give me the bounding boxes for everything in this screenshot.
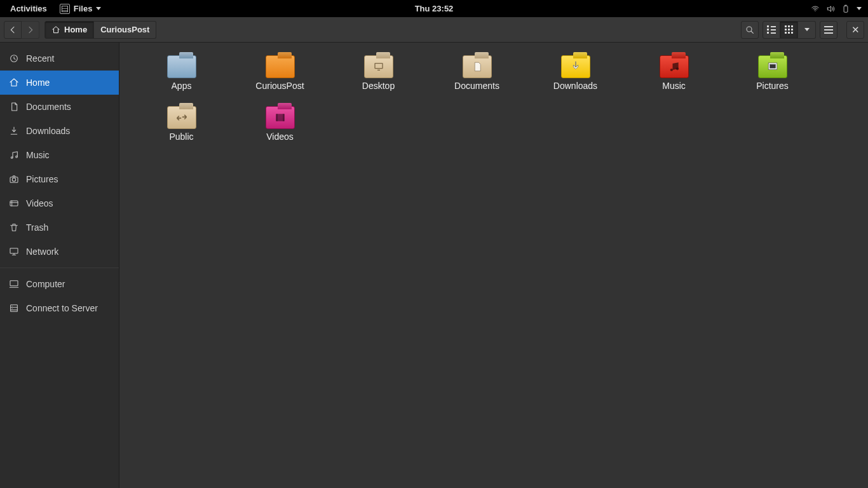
- svg-point-3: [11, 157, 13, 159]
- folder-icon: [266, 55, 295, 78]
- sidebar-item-videos[interactable]: Videos: [0, 191, 119, 215]
- folder-pictures[interactable]: Pictures: [723, 48, 822, 98]
- clock[interactable]: Thu 23:52: [415, 4, 454, 13]
- app-menu-label: Files: [74, 4, 93, 13]
- svg-rect-11: [375, 64, 383, 69]
- network-icon: [9, 247, 19, 257]
- hamburger-icon: [824, 26, 833, 34]
- sidebar-item-music[interactable]: Music: [0, 143, 119, 167]
- files-window: HomeCuriousPost ✕ RecentHomeDocumentsDow…: [0, 17, 868, 488]
- svg-point-4: [16, 156, 18, 158]
- computer-icon: [9, 279, 19, 289]
- nav-buttons: [4, 21, 39, 39]
- svg-point-6: [12, 178, 15, 181]
- activities-button[interactable]: Activities: [4, 0, 53, 17]
- home-icon: [9, 78, 19, 88]
- list-view-button[interactable]: [763, 21, 780, 39]
- svg-rect-18: [283, 114, 285, 121]
- folder-documents[interactable]: Documents: [428, 48, 526, 98]
- back-button[interactable]: [4, 21, 22, 39]
- doc-emblem-icon: [463, 56, 491, 78]
- sidebar-item-label: Network: [26, 247, 58, 257]
- view-options-button[interactable]: [798, 21, 816, 39]
- folder-icon: [758, 55, 787, 78]
- sidebar-item-label: Home: [26, 78, 50, 88]
- search-button[interactable]: [741, 21, 759, 39]
- chevron-right-icon: [25, 25, 36, 35]
- server-icon: [9, 303, 19, 313]
- icon-view[interactable]: AppsCuriousPostDesktopDocumentsDownloads…: [119, 43, 868, 488]
- volume-icon: [826, 4, 835, 13]
- folder-label: Music: [662, 81, 686, 91]
- chevron-left-icon: [8, 25, 18, 35]
- folder-label: CuriousPost: [255, 81, 304, 91]
- video-icon: [9, 198, 19, 208]
- folder-label: Public: [169, 132, 193, 142]
- download-icon: [9, 126, 19, 136]
- svg-point-13: [675, 67, 678, 70]
- sidebar-item-pictures[interactable]: Pictures: [0, 167, 119, 191]
- path-segment-label: Home: [64, 25, 87, 34]
- close-window-button[interactable]: ✕: [846, 21, 864, 39]
- headerbar: HomeCuriousPost ✕: [0, 17, 868, 43]
- dl-emblem-icon: [562, 56, 590, 78]
- clock-label: Thu 23:52: [415, 4, 454, 13]
- sidebar-separator: [0, 268, 119, 268]
- places-sidebar: RecentHomeDocumentsDownloadsMusicPicture…: [0, 43, 119, 488]
- folder-icon: [561, 55, 590, 78]
- path-segment-home[interactable]: Home: [44, 21, 94, 39]
- home-icon: [51, 25, 60, 34]
- top-panel: Activities Files Thu 23:52: [0, 0, 868, 17]
- folder-apps[interactable]: Apps: [132, 48, 231, 98]
- sidebar-item-trash[interactable]: Trash: [0, 215, 119, 240]
- folder-public[interactable]: Public: [132, 98, 231, 149]
- folder-videos[interactable]: Videos: [231, 98, 329, 149]
- sidebar-item-label: Connect to Server: [26, 303, 98, 313]
- sidebar-item-label: Computer: [26, 279, 65, 289]
- folder-label: Documents: [454, 81, 499, 91]
- status-area[interactable]: [811, 4, 864, 13]
- camera-icon: [9, 174, 19, 184]
- battery-icon: [841, 4, 850, 13]
- video-emblem-icon: [266, 107, 294, 128]
- sidebar-item-connect-to-server[interactable]: Connect to Server: [0, 296, 119, 320]
- sidebar-item-label: Documents: [26, 102, 71, 112]
- sidebar-item-downloads[interactable]: Downloads: [0, 119, 119, 143]
- close-icon: ✕: [851, 25, 860, 34]
- sidebar-item-label: Music: [26, 150, 50, 160]
- search-icon: [745, 25, 755, 35]
- folder-label: Videos: [266, 132, 294, 142]
- folder-icon: [364, 55, 393, 78]
- sidebar-item-label: Pictures: [26, 174, 58, 184]
- svg-rect-10: [11, 305, 18, 312]
- grid-icon: [785, 25, 793, 34]
- sidebar-item-network[interactable]: Network: [0, 240, 119, 264]
- folder-music[interactable]: Music: [625, 48, 723, 98]
- trash-icon: [9, 222, 19, 233]
- folder-curiouspost[interactable]: CuriousPost: [231, 48, 329, 98]
- folder-label: Downloads: [553, 81, 597, 91]
- folder-icon: [167, 106, 196, 129]
- path-segment-curiouspost[interactable]: CuriousPost: [94, 21, 156, 39]
- folder-icon: [167, 55, 196, 78]
- doc-icon: [9, 102, 19, 112]
- view-switcher: [763, 21, 816, 39]
- folder-label: Pictures: [756, 81, 789, 91]
- sidebar-item-home[interactable]: Home: [0, 71, 119, 95]
- clock-icon: [9, 53, 19, 64]
- sidebar-item-computer[interactable]: Computer: [0, 272, 119, 296]
- pic-emblem-icon: [759, 56, 787, 78]
- sidebar-item-recent[interactable]: Recent: [0, 46, 119, 71]
- grid-view-button[interactable]: [780, 21, 798, 39]
- svg-rect-15: [770, 64, 775, 68]
- chevron-down-icon: [96, 7, 101, 10]
- sidebar-item-documents[interactable]: Documents: [0, 95, 119, 119]
- folder-label: Apps: [172, 81, 192, 91]
- hamburger-menu-button[interactable]: [820, 21, 837, 39]
- folder-desktop[interactable]: Desktop: [329, 48, 428, 98]
- forward-button[interactable]: [22, 21, 39, 39]
- app-menu[interactable]: Files: [53, 0, 108, 17]
- sidebar-item-label: Recent: [26, 53, 54, 64]
- svg-rect-9: [10, 281, 18, 286]
- folder-downloads[interactable]: Downloads: [526, 48, 625, 98]
